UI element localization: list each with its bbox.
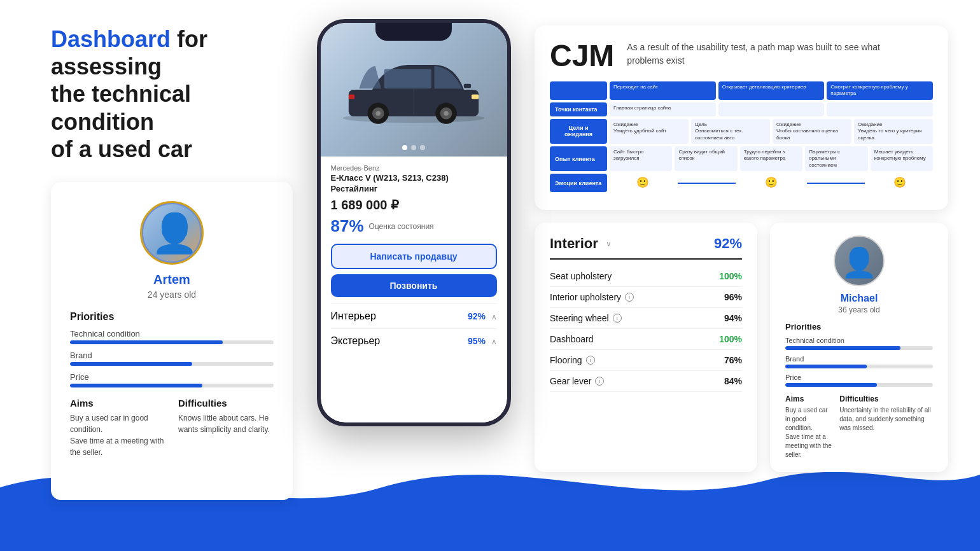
exterior-section-row[interactable]: Экстерьер 95% ∧ (331, 328, 497, 353)
interior-label-0: Seat upholstery (550, 271, 612, 281)
michael-priorities-title: Priorities (785, 322, 933, 331)
interior-header: Interior ∨ 92% (550, 235, 742, 260)
difficulties-title: Difficulties (178, 398, 274, 408)
car-dots (402, 145, 425, 150)
condition-row: 87% Оценка состояния (331, 216, 497, 236)
car-price: 1 689 000 ₽ (331, 197, 497, 213)
cjm-cell-2-1: ЦельОзнакомиться с тех. состоянием авто (691, 119, 770, 144)
interior-section-label: Интерьер (331, 310, 376, 322)
cjm-cells-1: Главная страница сайта (610, 102, 933, 116)
michael-difficulties-title: Difficulties (839, 394, 933, 403)
aims-difficulties: Aims Buy a used car in good condition.Sa… (70, 398, 274, 458)
cjm-header: CJM As a result of the usability test, a… (550, 41, 933, 71)
cjm-table: Переходит на сайт Открывает детализацию … (550, 81, 933, 192)
michael-aims-title: Aims (785, 394, 832, 403)
interior-label-2: Steering wheel i (550, 313, 622, 323)
cjm-row-1: Точки контакта Главная страница сайта (550, 102, 933, 116)
michael-aims-difficulties: Aims Buy a used car in good condition.Sa… (785, 394, 933, 459)
headline-blue: Dashboard (51, 26, 171, 52)
cjm-cell-3-2: Трудно перейти з какого параметра (740, 146, 802, 171)
interior-val-2: 94% (724, 313, 742, 323)
car-image (331, 45, 496, 134)
difficulties-col: Difficulties Knows little about cars. He… (178, 398, 274, 458)
cjm-row-label-1: Точки контакта (550, 102, 607, 116)
cjm-emotion-1: 🙂 (738, 174, 804, 192)
interior-row-4: Flooring i 76% (550, 350, 742, 371)
info-icon-2: i (613, 314, 622, 323)
priority-brand-bar (70, 362, 274, 366)
phone-column: Mercedes-Benz E-Класс V (W213, S213, C23… (312, 19, 515, 551)
info-icon-1: i (625, 293, 634, 302)
dot-2 (411, 145, 416, 150)
michael-priority-brand-label: Brand (785, 355, 933, 363)
interior-section-pct: 92% (468, 311, 486, 321)
exterior-section-pct: 95% (468, 336, 486, 346)
michael-aims-col: Aims Buy a used car in good condition.Sa… (785, 394, 832, 459)
michael-priority-technical-label: Technical condition (785, 337, 933, 344)
cjm-cells-4: 🙂 🙂 🙂 (610, 174, 933, 192)
michael-priority-price-bar (785, 383, 933, 387)
interior-title: Interior (550, 235, 598, 252)
cjm-row-3: Опыт клиента Сайт быстро загрузился Сраз… (550, 146, 933, 171)
priority-brand: Brand (70, 351, 274, 366)
interior-val-0: 100% (719, 271, 742, 281)
cjm-row-0: Переходит на сайт Открывает детализацию … (550, 81, 933, 100)
interior-row-5: Gear lever i 84% (550, 371, 742, 392)
btn-message[interactable]: Написать продавцу (331, 244, 497, 269)
michael-difficulties-text: Uncertainty in the reliability of all da… (839, 406, 933, 433)
artem-avatar (140, 201, 204, 265)
cjm-cell-2-2: ОжиданиеЧтобы составляло оценка блока (773, 119, 851, 144)
cjm-cells-0: Переходит на сайт Открывает детализацию … (610, 81, 933, 100)
cjm-cell-3-0: Сайт быстро загрузился (610, 146, 672, 171)
phone-content: Mercedes-Benz E-Класс V (W213, S213, C23… (321, 157, 507, 361)
priority-technical-label: Technical condition (70, 329, 274, 338)
cjm-emotion-0: 🙂 (610, 174, 675, 192)
car-trim: Рестайлинг (331, 184, 497, 193)
cjm-cell-0-1: Открывает детализацию критериев (718, 81, 825, 100)
interior-row-3: Dashboard 100% (550, 329, 742, 350)
right-column: CJM As a result of the usability test, a… (535, 25, 948, 551)
interior-chevron-icon: ∧ (491, 312, 497, 321)
headline: Dashboard for assessing the technical co… (51, 25, 293, 163)
exterior-section-label: Экстерьер (331, 335, 381, 347)
priority-technical: Technical condition (70, 329, 274, 344)
car-brand: Mercedes-Benz (331, 164, 497, 172)
cjm-cell-3-3: Параметры с оральными состоянием (805, 146, 867, 171)
artem-priorities-title: Priorities (70, 311, 274, 323)
michael-avatar (834, 235, 885, 286)
cjm-row-label-0 (550, 81, 607, 100)
interior-dropdown-icon[interactable]: ∨ (606, 239, 612, 248)
difficulties-text: Knows little about cars. He wants simpli… (178, 412, 274, 435)
cjm-cell-2-0: ОжиданиеУвидеть удобный сайт (610, 119, 689, 144)
phone-screen: Mercedes-Benz E-Класс V (W213, S213, C23… (321, 23, 507, 422)
michael-priority-brand-bar (785, 365, 933, 368)
interior-section-row[interactable]: Интерьер 92% ∧ (331, 303, 497, 328)
cjm-cell-1-1 (718, 102, 825, 116)
interior-row-1: Interior upholstery i 96% (550, 287, 742, 308)
info-icon-5: i (595, 377, 604, 386)
dot-3 (420, 145, 425, 150)
michael-priority-technical-bar (785, 346, 933, 350)
interior-card: Interior ∨ 92% Seat upholstery 100% Inte… (535, 223, 757, 472)
michael-priority-brand: Brand (785, 355, 933, 368)
artem-card: Artem 24 years old Priorities Technical … (51, 182, 293, 500)
btn-call[interactable]: Позвонить (331, 274, 497, 297)
cjm-row-label-3: Опыт клиента (550, 146, 607, 171)
phone-mockup: Mercedes-Benz E-Класс V (W213, S213, C23… (317, 19, 511, 426)
michael-priority-technical: Technical condition (785, 337, 933, 350)
priority-price: Price (70, 372, 274, 387)
svg-rect-11 (349, 94, 354, 99)
interior-val-1: 96% (724, 292, 742, 302)
cjm-row-label-2: Цели и ожидания (550, 119, 607, 144)
left-column: Dashboard for assessing the technical co… (51, 25, 293, 551)
svg-rect-2 (384, 69, 431, 89)
cjm-cell-0-0: Переходит на сайт (610, 81, 716, 100)
svg-rect-10 (472, 94, 479, 99)
aims-col: Aims Buy a used car in good condition.Sa… (70, 398, 165, 458)
cjm-card: CJM As a result of the usability test, a… (535, 25, 948, 210)
condition-pct: 87% (331, 216, 364, 236)
bottom-row: Interior ∨ 92% Seat upholstery 100% Inte… (535, 223, 948, 472)
interior-pct: 92% (714, 235, 742, 252)
cjm-cell-2-3: ОжиданиеУвидеть то чего у критерия оценк… (854, 119, 933, 144)
cjm-description: As a result of the usability test, a pat… (627, 41, 881, 67)
